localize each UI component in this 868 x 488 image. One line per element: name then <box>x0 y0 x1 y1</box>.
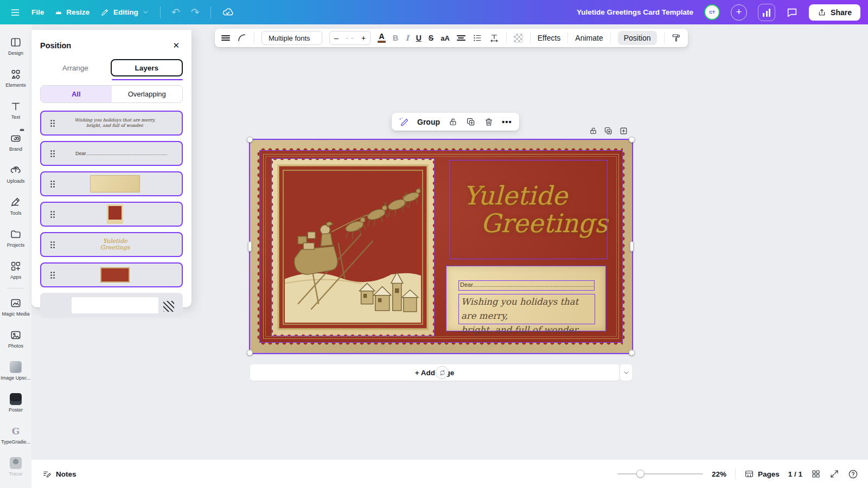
sidebar-item-image-upscaler[interactable]: Image Upsc... <box>0 355 31 387</box>
drag-handle-icon[interactable] <box>50 241 55 248</box>
bullet-list-icon[interactable] <box>473 33 482 43</box>
font-size-value[interactable]: - - <box>343 34 357 42</box>
add-page-button[interactable]: + Add page <box>250 364 619 381</box>
design-page[interactable]: Yuletide Greetings Dear.................… <box>250 140 632 353</box>
resize-handle-e[interactable] <box>630 241 634 252</box>
bold-button[interactable]: B <box>393 34 398 42</box>
more-options-button[interactable]: ••• <box>502 117 512 126</box>
layer-item-parchment-image[interactable] <box>40 171 183 196</box>
resize-handle-nw[interactable] <box>247 137 253 143</box>
layer-item-yuletide-text[interactable]: YuletideGreetings <box>40 232 183 257</box>
pages-icon <box>744 469 754 479</box>
strikethrough-button[interactable]: S <box>429 34 433 42</box>
santa-stamp-element[interactable] <box>271 158 435 336</box>
duplicate-button[interactable] <box>466 117 476 127</box>
transparency-button[interactable] <box>514 34 523 43</box>
sidebar-item-uploads[interactable]: Uploads <box>0 158 31 190</box>
bar-chart-icon <box>763 13 764 17</box>
grid-view-button[interactable] <box>811 469 821 479</box>
main-menu-button[interactable] <box>10 7 21 18</box>
lock-button[interactable] <box>448 117 458 127</box>
zoom-slider-thumb[interactable] <box>636 470 644 478</box>
lock-page-button[interactable] <box>589 126 598 136</box>
undo-button[interactable]: ↶ <box>171 6 180 18</box>
add-page-icon-button[interactable] <box>619 126 628 136</box>
animate-button[interactable]: Animate <box>575 34 603 42</box>
yuletide-greetings-text[interactable]: Yuletide Greetings <box>449 160 608 259</box>
sidebar-item-photos[interactable]: Photos <box>0 323 31 355</box>
add-member-button[interactable]: + <box>731 4 747 21</box>
drag-handle-icon[interactable] <box>50 150 55 157</box>
layer-item-santa-stamp-image[interactable] <box>40 202 183 227</box>
duplicate-page-button[interactable] <box>604 126 613 136</box>
decrease-font-size-button[interactable]: – <box>330 34 343 42</box>
layer-item-background[interactable] <box>40 293 183 318</box>
fullscreen-button[interactable] <box>829 469 839 479</box>
sidebar-item-projects[interactable]: Projects <box>0 222 31 254</box>
photos-icon <box>10 329 22 341</box>
layer-item-dear-text[interactable]: Dear....................................… <box>40 141 183 166</box>
layer-item-message-text[interactable]: Wishing you holidays that are merry,brig… <box>40 111 183 136</box>
increase-font-size-button[interactable]: + <box>357 34 370 42</box>
italic-button[interactable]: I <box>405 34 409 42</box>
tab-arrange[interactable]: Arrange <box>40 59 111 76</box>
drag-handle-icon[interactable] <box>50 271 55 279</box>
sidebar-item-elements[interactable]: Elements <box>0 62 31 94</box>
share-button[interactable]: Share <box>809 4 860 21</box>
filter-all[interactable]: All <box>41 86 112 102</box>
zoom-slider[interactable] <box>617 473 703 475</box>
insights-button[interactable] <box>758 4 775 21</box>
editing-mode-button[interactable]: Editing <box>100 8 149 17</box>
drag-handle-icon[interactable] <box>50 210 55 218</box>
tab-layers[interactable]: Layers <box>111 59 183 76</box>
text-case-button[interactable]: aA <box>441 34 450 42</box>
filter-overlapping[interactable]: Overlapping <box>112 86 183 102</box>
speech-bubble-icon <box>786 7 798 18</box>
group-button[interactable]: Group <box>417 118 440 126</box>
sidebar-item-magic-media[interactable]: Magic Media <box>0 291 31 323</box>
drag-handle-icon[interactable] <box>50 119 55 127</box>
sidebar-item-text[interactable]: Text <box>0 94 31 126</box>
delete-button[interactable] <box>484 117 494 127</box>
message-text[interactable]: Wishing you holidays that are merry, bri… <box>458 294 595 324</box>
magic-edit-button[interactable] <box>399 117 409 127</box>
sidebar-item-tracer[interactable]: Tracer <box>0 451 31 483</box>
layer-item-red-rectangle[interactable] <box>40 262 183 287</box>
font-family-selector[interactable]: Multiple fonts <box>261 31 322 45</box>
text-align-icon[interactable] <box>457 34 465 42</box>
drag-handle-icon[interactable] <box>50 180 55 188</box>
close-panel-button[interactable]: ✕ <box>169 40 183 52</box>
underline-button[interactable]: U <box>416 34 422 42</box>
position-button[interactable]: Position <box>618 31 657 45</box>
sidebar-item-apps[interactable]: Apps <box>0 254 31 286</box>
sidebar-item-typegradient[interactable]: G TypeGradie... <box>0 419 31 451</box>
copy-style-button[interactable] <box>672 33 681 43</box>
expand-icon <box>829 469 839 479</box>
resize-handle-sw[interactable] <box>247 350 253 356</box>
help-button[interactable] <box>848 469 858 479</box>
redo-button[interactable]: ↷ <box>191 6 200 18</box>
sidebar-item-poster[interactable]: Poster <box>0 387 31 419</box>
avatar[interactable]: CT <box>704 4 720 20</box>
pages-button[interactable]: Pages <box>744 469 780 479</box>
notes-button[interactable]: Notes <box>42 470 76 479</box>
resize-handle-ne[interactable] <box>629 137 635 143</box>
design-title[interactable]: Yuletide Greetings Card Template <box>577 8 693 16</box>
text-color-button[interactable]: A <box>378 33 386 43</box>
add-page-dropdown-button[interactable] <box>620 364 632 381</box>
resize-button[interactable]: Resize <box>55 8 90 16</box>
cloud-save-status[interactable] <box>222 7 234 18</box>
text-spacing-icon[interactable] <box>489 33 499 43</box>
resize-handle-se[interactable] <box>629 350 635 356</box>
dear-text[interactable]: Dear....................................… <box>458 280 595 291</box>
curve-text-icon[interactable] <box>237 33 247 43</box>
justify-icon[interactable] <box>221 34 230 42</box>
zoom-level[interactable]: 22% <box>712 470 726 478</box>
file-menu-button[interactable]: File <box>31 8 44 16</box>
sidebar-item-design[interactable]: Design <box>0 30 31 62</box>
sidebar-item-brand[interactable]: Brand <box>0 126 31 158</box>
resize-handle-w[interactable] <box>248 241 252 252</box>
effects-button[interactable]: Effects <box>538 34 561 42</box>
sidebar-item-tools[interactable]: Tools <box>0 190 31 222</box>
comments-button[interactable] <box>786 7 798 18</box>
